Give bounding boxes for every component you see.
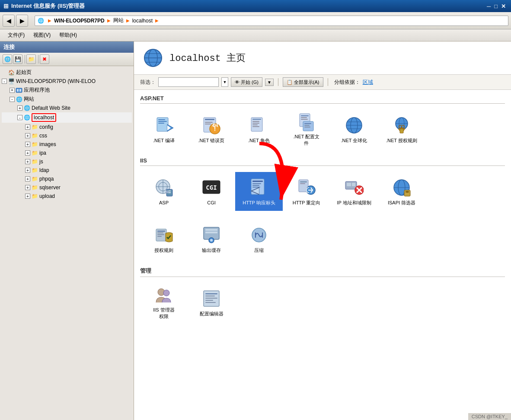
sidebar-save-button[interactable]: 💾 xyxy=(13,54,22,64)
images-icon: 📁 xyxy=(31,141,38,148)
net-role-label: .NET 角色 xyxy=(248,137,270,143)
svg-rect-67 xyxy=(300,183,305,184)
js-toggle[interactable]: + xyxy=(25,159,30,164)
menu-file[interactable]: 文件(F) xyxy=(3,30,29,40)
tree-item-images[interactable]: + 📁 images xyxy=(2,140,132,149)
icon-output-cache[interactable]: 输出缓存 xyxy=(188,220,235,258)
show-all-button[interactable]: 📋 全部显示(A) xyxy=(283,77,323,87)
manage-section: 管理 IIS 管理器权限 xyxy=(134,262,511,325)
icon-net-config[interactable]: .NET 配置文件 xyxy=(283,110,330,149)
tree-item-apppool[interactable]: + 应用程序池 xyxy=(2,86,132,95)
tree-item-sqlserver[interactable]: + 📁 sqlserver xyxy=(2,183,132,192)
net-global-icon xyxy=(344,115,364,136)
tree-item-js[interactable]: + 📁 js xyxy=(2,157,132,166)
sqlserver-toggle[interactable]: + xyxy=(25,185,30,190)
icon-http-headers[interactable]: HTTP 响应标头 xyxy=(235,172,283,211)
css-toggle[interactable]: + xyxy=(25,133,30,138)
icon-isapi[interactable]: ISAPI 筛选器 xyxy=(378,172,425,211)
icon-net-global[interactable]: .NET 全球化 xyxy=(330,110,378,149)
icon-ip-restrict[interactable]: IP 地址和域限制 xyxy=(330,172,378,211)
icon-auth-rules[interactable]: 授权规则 xyxy=(140,220,188,258)
tree-item-default-site[interactable]: + 🌐 Default Web Site xyxy=(2,104,132,112)
sidebar-folder-button[interactable]: 📁 xyxy=(26,54,36,64)
server-toggle[interactable]: - xyxy=(2,79,7,84)
icon-iis-manager[interactable]: IIS 管理器权限 xyxy=(140,283,188,322)
phpqa-toggle[interactable]: + xyxy=(25,176,30,181)
tree-item-websites[interactable]: - 🌐 网站 xyxy=(2,95,132,104)
aspnet-icons-grid: .NET 编译 ! 4 04 xyxy=(140,108,505,150)
group-by-value[interactable]: 区域 xyxy=(363,79,373,86)
tree-item-ipa[interactable]: + 📁 ipa xyxy=(2,149,132,157)
js-icon: 📁 xyxy=(31,158,38,165)
icon-net-role[interactable]: .NET 角色 xyxy=(235,110,283,149)
svg-rect-15 xyxy=(205,119,214,120)
websites-icon: 🌐 xyxy=(16,96,22,103)
minimize-btn[interactable]: ─ xyxy=(487,3,491,10)
icon-cgi[interactable]: CGI CGI xyxy=(188,172,235,211)
filter-dropdown[interactable]: ▼ xyxy=(221,77,228,87)
icon-net-error[interactable]: ! 4 04 .NET 错误页 xyxy=(188,110,235,149)
close-btn[interactable]: ✕ xyxy=(501,3,506,10)
images-toggle[interactable]: + xyxy=(25,142,30,147)
maximize-btn[interactable]: □ xyxy=(494,3,498,10)
iis-section-title: IIS xyxy=(140,156,505,166)
tree-item-css[interactable]: + 📁 css xyxy=(2,131,132,140)
menu-help[interactable]: 帮助(H) xyxy=(55,30,81,40)
icon-asp[interactable]: ASP xyxy=(140,172,188,211)
ipa-label: ipa xyxy=(39,150,46,156)
back-button[interactable]: ◀ xyxy=(3,15,15,27)
menu-view[interactable]: 视图(V) xyxy=(29,30,55,40)
forward-button[interactable]: ▶ xyxy=(16,15,28,27)
asp-icon xyxy=(153,177,174,198)
tree-item-localhost[interactable]: - 🌐 localhost xyxy=(2,112,132,123)
tree-item-config[interactable]: + 📁 config xyxy=(2,123,132,131)
icon-net-auth[interactable]: .NET 授权规则 xyxy=(378,110,425,149)
svg-rect-9 xyxy=(158,119,165,120)
aspnet-section: ASP.NET .NET 编译 xyxy=(134,90,511,152)
svg-rect-80 xyxy=(157,231,165,232)
start-filter-button[interactable]: 👁 开始 (G) xyxy=(231,77,262,87)
sidebar-delete-button[interactable]: ✖ xyxy=(40,54,49,64)
ip-restrict-label: IP 地址和域限制 xyxy=(337,200,371,206)
page-title: localhost 主页 xyxy=(169,51,246,64)
upload-toggle[interactable]: + xyxy=(25,194,30,199)
svg-rect-24 xyxy=(252,121,259,122)
show-all-icon: 📋 xyxy=(287,80,293,85)
svg-rect-10 xyxy=(158,121,167,122)
svg-rect-83 xyxy=(157,236,162,237)
tree-item-server[interactable]: - 🖥️ WIN-ELOOP5DR7PD (WIN-ELOO xyxy=(2,77,132,86)
address-arrow-1: ▶ xyxy=(48,18,51,23)
tree-item-ldap[interactable]: + 📁 ldap xyxy=(2,166,132,175)
isapi-label: ISAPI 筛选器 xyxy=(388,200,415,206)
tree-item-start[interactable]: 🏠 起始页 xyxy=(2,68,132,77)
app-icon: ⊞ xyxy=(3,3,9,10)
icon-http-redirect[interactable]: HTTP 重定向 xyxy=(283,172,330,211)
iis-manager-label: IIS 管理器权限 xyxy=(153,307,175,319)
tree-item-phpqa[interactable]: + 📁 phpqa xyxy=(2,175,132,183)
icon-compress[interactable]: 压缩 xyxy=(235,220,283,258)
ldap-toggle[interactable]: + xyxy=(25,168,30,173)
localhost-toggle[interactable]: - xyxy=(17,115,22,120)
svg-rect-31 xyxy=(301,119,308,120)
svg-rect-26 xyxy=(252,124,258,125)
address-part-1: WIN-ELOOP5DR7PD xyxy=(54,18,105,24)
filter-input[interactable] xyxy=(158,77,219,87)
sidebar-globe-button[interactable]: 🌐 xyxy=(3,54,12,64)
icon-config-editor[interactable]: 配置编辑器 xyxy=(188,283,235,322)
websites-toggle[interactable]: - xyxy=(10,97,15,102)
icon-net-compile[interactable]: .NET 编译 xyxy=(140,110,188,149)
filter-dropdown-arrow[interactable]: ▼ xyxy=(265,79,274,86)
tree-item-upload[interactable]: + 📁 upload xyxy=(2,192,132,200)
upload-icon: 📁 xyxy=(31,193,38,200)
output-cache-label: 输出缓存 xyxy=(202,247,221,253)
ipa-toggle[interactable]: + xyxy=(25,150,30,156)
config-toggle[interactable]: + xyxy=(25,124,30,130)
svg-rect-30 xyxy=(301,117,307,118)
http-redirect-icon xyxy=(296,177,317,198)
net-error-label: .NET 错误页 xyxy=(198,137,225,143)
apppool-toggle[interactable]: + xyxy=(10,88,15,93)
filter-label: 筛选： xyxy=(140,79,156,86)
svg-rect-33 xyxy=(304,123,311,124)
default-site-toggle[interactable]: + xyxy=(17,105,22,111)
address-arrow-3: ▶ xyxy=(126,18,130,23)
